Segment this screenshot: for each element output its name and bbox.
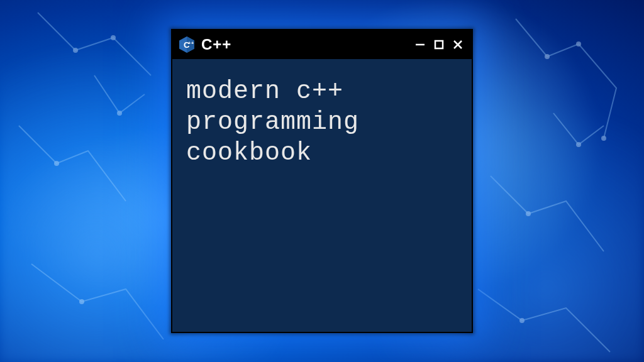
svg-point-5 [601,136,606,141]
svg-point-8 [519,318,525,323]
titlebar[interactable]: C + + C++ [172,30,472,59]
terminal-window: C + + C++ modern c++ programming cookboo… [171,29,473,333]
svg-point-4 [576,41,581,47]
svg-point-10 [576,142,581,147]
terminal-content: modern c++ programming cookbook [172,59,472,332]
window-controls [413,37,465,52]
svg-point-3 [545,54,550,59]
svg-point-1 [111,35,116,40]
svg-point-7 [79,299,84,304]
svg-text:+: + [191,41,194,45]
close-button[interactable] [450,37,465,52]
maximize-button[interactable] [431,37,447,52]
svg-text:+: + [188,41,191,45]
window-title: C++ [201,36,413,53]
cpp-icon: C + + [177,35,196,54]
svg-point-6 [526,211,531,216]
svg-rect-17 [435,41,443,48]
minimize-button[interactable] [413,37,428,52]
svg-point-9 [117,111,122,116]
svg-point-2 [54,161,59,166]
svg-point-0 [73,48,78,53]
